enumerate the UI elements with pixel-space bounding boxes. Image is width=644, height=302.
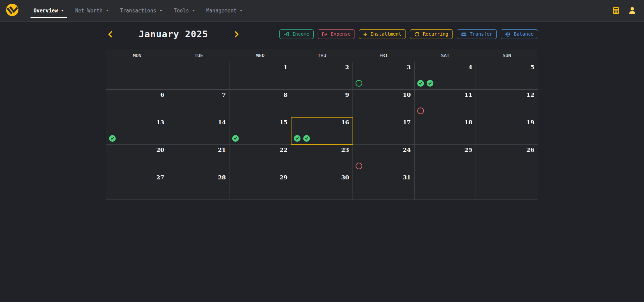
weekday-header: WED xyxy=(229,49,291,62)
user-icon[interactable] xyxy=(628,6,637,15)
calendar-day-30[interactable]: 30 xyxy=(291,172,353,200)
legend-label: Transfer xyxy=(470,31,492,38)
calendar-day-12[interactable]: 12 xyxy=(476,90,538,117)
income-filter-button[interactable]: Income xyxy=(279,29,314,39)
navbar-right-icons xyxy=(612,6,639,15)
nav-item-label: Transactions xyxy=(120,8,156,14)
calendar-day-18[interactable]: 18 xyxy=(415,117,476,144)
calendar-day-empty xyxy=(106,62,168,89)
top-navbar: Overview Net Worth Transactions Tools Ma… xyxy=(0,0,644,21)
calendar-day-27[interactable]: 27 xyxy=(106,172,168,200)
day-number: 18 xyxy=(465,119,473,126)
calendar-day-4[interactable]: 4 xyxy=(415,62,476,89)
calendar-day-5[interactable]: 5 xyxy=(476,62,538,89)
transfer-filter-button[interactable]: Transfer xyxy=(457,29,497,39)
calendar-day-24[interactable]: 24 xyxy=(353,145,415,172)
calendar-day-31[interactable]: 31 xyxy=(353,172,415,200)
day-number: 9 xyxy=(345,91,349,98)
day-number: 2 xyxy=(345,64,349,71)
day-number: 3 xyxy=(407,64,411,71)
chevron-down-icon xyxy=(240,10,243,11)
calendar-day-2[interactable]: 2 xyxy=(291,62,353,89)
calendar-day-13[interactable]: 13 xyxy=(106,117,168,144)
day-number: 11 xyxy=(465,91,473,98)
calendar-day-empty xyxy=(168,62,230,89)
calendar-day-1[interactable]: 1 xyxy=(229,62,291,89)
nav-item-management[interactable]: Management xyxy=(201,0,248,21)
calendar-day-6[interactable]: 6 xyxy=(106,90,168,117)
previous-month-button[interactable] xyxy=(106,30,115,39)
calendar-day-20[interactable]: 20 xyxy=(106,145,168,172)
nav-item-label: Overview xyxy=(34,8,58,14)
cash-icon xyxy=(461,32,467,37)
balance-filter-button[interactable]: Balance xyxy=(501,29,538,39)
income-cleared-marker-icon[interactable] xyxy=(232,135,239,142)
day-number: 30 xyxy=(341,174,349,181)
weekday-header: MON xyxy=(106,49,168,62)
income-cleared-marker-icon[interactable] xyxy=(294,135,301,142)
calendar-day-15[interactable]: 15 xyxy=(229,117,291,144)
calendar-day-17[interactable]: 17 xyxy=(353,117,415,144)
income-cleared-marker-icon[interactable] xyxy=(109,135,116,142)
brand-logo-icon xyxy=(5,3,19,18)
calendar-toolbar: January 2025 Income xyxy=(106,29,538,39)
repeat-icon xyxy=(414,32,420,37)
income-cleared-marker-icon[interactable] xyxy=(427,80,433,87)
installment-filter-button[interactable]: ÷ Installment xyxy=(359,29,406,39)
calendar-day-22[interactable]: 22 xyxy=(229,145,291,172)
calendar-day-8[interactable]: 8 xyxy=(229,90,291,117)
nav-item-label: Tools xyxy=(174,8,189,14)
legend-label: Income xyxy=(292,31,310,38)
day-number: 6 xyxy=(160,91,164,98)
calendar-week-row: 13141516171819 xyxy=(106,117,538,145)
weekday-header: TUE xyxy=(168,49,230,62)
expense-pending-marker-icon[interactable] xyxy=(356,163,362,169)
calendar-day-16[interactable]: 16 xyxy=(291,117,353,144)
calendar-grid: 1234567891011121314151617181920212223242… xyxy=(106,62,538,200)
calendar-day-7[interactable]: 7 xyxy=(168,90,230,117)
legend-label: Recurring xyxy=(423,31,448,38)
calendar-day-10[interactable]: 10 xyxy=(353,90,415,117)
calendar-day-3[interactable]: 3 xyxy=(353,62,415,89)
day-number: 13 xyxy=(156,119,164,126)
calendar-day-29[interactable]: 29 xyxy=(229,172,291,200)
next-month-button[interactable] xyxy=(232,30,241,39)
calendar-week-row: 6789101112 xyxy=(106,90,538,117)
nav-item-overview[interactable]: Overview xyxy=(28,0,69,21)
recurring-filter-button[interactable]: Recurring xyxy=(410,29,453,39)
day-number: 10 xyxy=(403,91,411,98)
legend-label: Balance xyxy=(514,31,534,38)
day-markers xyxy=(232,135,239,142)
income-cleared-marker-icon[interactable] xyxy=(303,135,310,142)
calendar-day-23[interactable]: 23 xyxy=(291,145,353,172)
calendar-day-11[interactable]: 11 xyxy=(415,90,476,117)
chevron-down-icon xyxy=(160,10,162,11)
chevron-down-icon xyxy=(61,10,64,11)
calendar-day-25[interactable]: 25 xyxy=(415,145,476,172)
calculator-icon[interactable] xyxy=(612,7,620,14)
day-number: 19 xyxy=(526,119,534,126)
day-number: 29 xyxy=(279,174,287,181)
day-number: 25 xyxy=(465,146,473,153)
expense-pending-marker-icon[interactable] xyxy=(417,107,424,114)
nav-item-transactions[interactable]: Transactions xyxy=(114,0,168,21)
calendar-day-9[interactable]: 9 xyxy=(291,90,353,117)
calendar-day-14[interactable]: 14 xyxy=(168,117,230,144)
calendar-day-28[interactable]: 28 xyxy=(168,172,230,200)
day-number: 20 xyxy=(156,146,164,153)
app-logo[interactable] xyxy=(5,3,19,18)
calendar-week-row: 12345 xyxy=(106,62,538,90)
nav-item-tools[interactable]: Tools xyxy=(168,0,201,21)
nav-item-net-worth[interactable]: Net Worth xyxy=(69,0,114,21)
calendar-day-21[interactable]: 21 xyxy=(168,145,230,172)
calendar-day-26[interactable]: 26 xyxy=(476,145,538,172)
chevron-down-icon xyxy=(192,10,195,11)
expense-filter-button[interactable]: Expense xyxy=(318,29,355,39)
day-number: 16 xyxy=(341,119,349,126)
weekday-header: FRI xyxy=(353,49,415,62)
day-markers xyxy=(356,163,362,169)
income-pending-marker-icon[interactable] xyxy=(356,80,362,87)
day-number: 5 xyxy=(530,64,534,71)
income-cleared-marker-icon[interactable] xyxy=(417,80,424,87)
calendar-day-19[interactable]: 19 xyxy=(476,117,538,144)
